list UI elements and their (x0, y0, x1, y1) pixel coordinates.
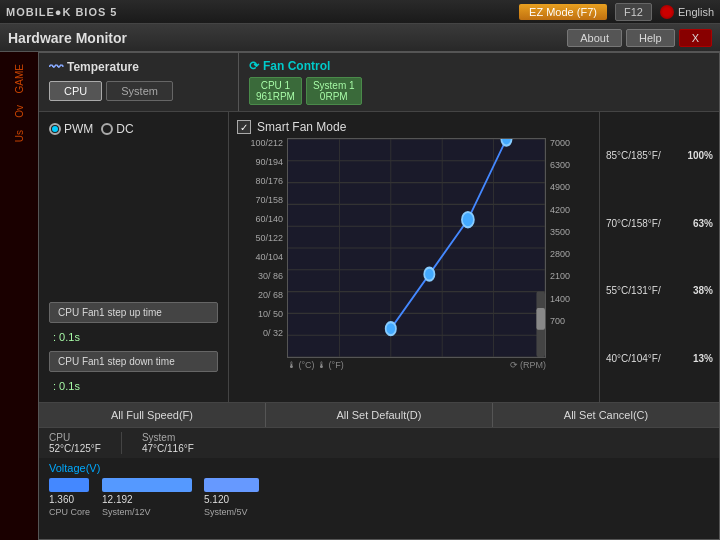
dc-label: DC (116, 122, 133, 136)
rpm-label-7: 1400 (550, 294, 591, 304)
voltage-val-cpu: 1.360 (49, 494, 74, 505)
y-label-8: 20/ 68 (237, 290, 283, 300)
y-label-5: 50/122 (237, 233, 283, 243)
status-bar: CPU 52°C/125°F System 47°C/116°F (39, 427, 719, 458)
temperature-title: Temperature (67, 60, 139, 74)
rpm-label-6: 2100 (550, 271, 591, 281)
language-icon (660, 5, 674, 19)
language-selector[interactable]: English (660, 5, 714, 19)
smart-fan-checkbox[interactable] (237, 120, 251, 134)
title-bar-buttons: About Help X (567, 29, 712, 47)
temp-fan-header: 〰 Temperature CPU System ⟳ Fan Control C… (39, 53, 719, 112)
threshold-pct-1: 63% (693, 218, 713, 229)
voltage-bar-5v (204, 478, 259, 492)
voltage-item-12v: 12.192 System/12V (102, 478, 192, 517)
fan-control-section: ⟳ Fan Control CPU 1 961RPM System 1 0RPM (239, 53, 372, 111)
bios-logo: MOBILE●K BIOS 5 (6, 6, 118, 18)
full-speed-button[interactable]: All Full Speed(F) (39, 403, 266, 427)
status-divider (121, 432, 122, 454)
threshold-row-1[interactable]: 70°C/158°F/ 63% (606, 215, 713, 232)
close-button[interactable]: X (679, 29, 712, 47)
f12-button[interactable]: F12 (615, 3, 652, 21)
sidebar-item-game[interactable]: GAME (12, 60, 27, 97)
rpm-label-0: 7000 (550, 138, 591, 148)
temperature-section: 〰 Temperature CPU System (39, 53, 239, 111)
threshold-temp-1: 70°C/158°F/ (606, 218, 661, 229)
threshold-temp-0: 85°C/185°F/ (606, 150, 661, 161)
pwm-radio[interactable]: PWM (49, 122, 93, 136)
y-label-2: 80/176 (237, 176, 283, 186)
y-label-0: 100/212 (237, 138, 283, 148)
sidebar-item-us[interactable]: Us (12, 126, 27, 146)
voltage-bars: 1.360 CPU Core 12.192 System/12V 5.120 S… (49, 478, 709, 517)
help-button[interactable]: Help (626, 29, 675, 47)
chart-point-2[interactable] (424, 268, 434, 281)
system-status-name: System (142, 432, 194, 443)
y-label-6: 40/104 (237, 252, 283, 262)
top-bar: MOBILE●K BIOS 5 EZ Mode (F7) F12 English (0, 0, 720, 24)
left-controls: PWM DC CPU Fan1 step up time : 0.1s CPU … (39, 112, 229, 402)
smart-fan-header: Smart Fan Mode (237, 120, 591, 134)
about-button[interactable]: About (567, 29, 622, 47)
rpm-label-3: 4200 (550, 205, 591, 215)
y-label-10: 0/ 32 (237, 328, 283, 338)
pwm-dc-row: PWM DC (49, 122, 218, 136)
cpu1-rpm: 961RPM (256, 91, 295, 102)
smart-fan-label: Smart Fan Mode (257, 120, 346, 134)
chart-point-3[interactable] (462, 212, 474, 227)
chart-point-1[interactable] (386, 322, 396, 335)
threshold-pct-3: 13% (693, 353, 713, 364)
cpu-temp-button[interactable]: CPU (49, 81, 102, 101)
set-default-button[interactable]: All Set Default(D) (266, 403, 493, 427)
cpu-status-val: 52°C/125°F (49, 443, 101, 454)
y-label-7: 30/ 86 (237, 271, 283, 281)
chart-point-4[interactable] (501, 139, 511, 146)
chart-canvas[interactable] (287, 138, 546, 358)
pwm-radio-circle (49, 123, 61, 135)
main-content: 〰 Temperature CPU System ⟳ Fan Control C… (38, 52, 720, 540)
fan-control-title: Fan Control (263, 59, 330, 73)
left-sidebar: GAME Ov Us (0, 52, 38, 540)
step-down-button[interactable]: CPU Fan1 step down time (49, 351, 218, 372)
middle-area: PWM DC CPU Fan1 step up time : 0.1s CPU … (39, 112, 719, 402)
cpu-status-item: CPU 52°C/125°F (49, 432, 101, 454)
voltage-item-5v: 5.120 System/5V (204, 478, 259, 517)
voltage-section: Voltage(V) 1.360 CPU Core 12.192 System/… (39, 458, 719, 521)
temp-axis-label: 🌡 (°C) 🌡 (°F) (287, 360, 344, 370)
set-cancel-button[interactable]: All Set Cancel(C) (493, 403, 719, 427)
voltage-title: Voltage(V) (49, 462, 709, 474)
cpu1-fan-box: CPU 1 961RPM (249, 77, 302, 105)
threshold-row-2[interactable]: 55°C/131°F/ 38% (606, 282, 713, 299)
ez-mode-button[interactable]: EZ Mode (F7) (519, 4, 607, 20)
threshold-row-3[interactable]: 40°C/104°F/ 13% (606, 350, 713, 367)
thermometer-icon: 〰 (49, 59, 63, 75)
step-up-value: : 0.1s (49, 331, 218, 343)
rpm-label-4: 3500 (550, 227, 591, 237)
rpm-label-1: 6300 (550, 160, 591, 170)
voltage-name-cpu: CPU Core (49, 507, 90, 517)
voltage-val-5v: 5.120 (204, 494, 229, 505)
temp-thresholds: 85°C/185°F/ 100% 70°C/158°F/ 63% 55°C/13… (599, 112, 719, 402)
y-label-1: 90/194 (237, 157, 283, 167)
temp-buttons: CPU System (49, 81, 228, 101)
threshold-row-0[interactable]: 85°C/185°F/ 100% (606, 147, 713, 164)
dc-radio[interactable]: DC (101, 122, 133, 136)
rpm-label-2: 4900 (550, 182, 591, 192)
system-temp-button[interactable]: System (106, 81, 173, 101)
sys1-rpm: 0RPM (313, 91, 355, 102)
fan-speeds: CPU 1 961RPM System 1 0RPM (249, 77, 362, 105)
top-bar-right: EZ Mode (F7) F12 English (519, 3, 714, 21)
rpm-label-5: 2800 (550, 249, 591, 259)
y-label-4: 60/140 (237, 214, 283, 224)
temperature-label: 〰 Temperature (49, 59, 228, 75)
sidebar-item-ov[interactable]: Ov (12, 101, 27, 122)
rpm-label-8: 700 (550, 316, 591, 326)
threshold-temp-2: 55°C/131°F/ (606, 285, 661, 296)
threshold-pct-0: 100% (687, 150, 713, 161)
y-label-3: 70/158 (237, 195, 283, 205)
voltage-bar-12v (102, 478, 192, 492)
y-label-9: 10/ 50 (237, 309, 283, 319)
title-bar: Hardware Monitor About Help X (0, 24, 720, 52)
sys1-fan-box: System 1 0RPM (306, 77, 362, 105)
step-up-button[interactable]: CPU Fan1 step up time (49, 302, 218, 323)
